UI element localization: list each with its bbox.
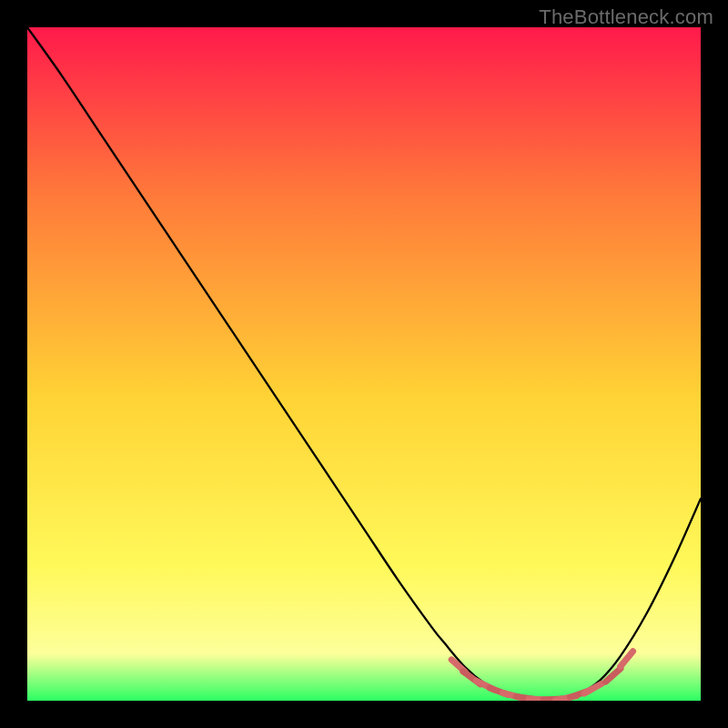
chart-container: TheBottleneck.com — [0, 0, 728, 728]
gradient-background — [27, 27, 701, 701]
chart-svg — [27, 27, 701, 701]
plot-area — [27, 27, 701, 701]
attribution-text: TheBottleneck.com — [539, 5, 713, 29]
